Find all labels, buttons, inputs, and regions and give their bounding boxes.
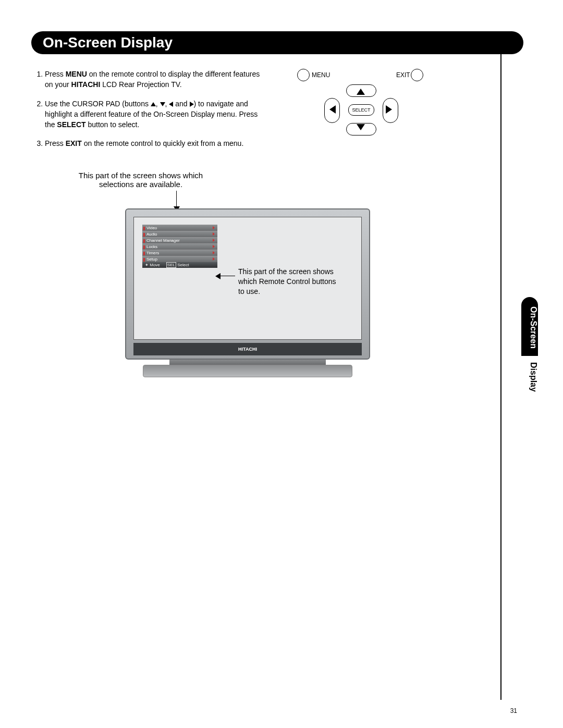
chevron-right-icon <box>213 232 215 236</box>
caption-remote-buttons: This part of the screen shows which Remo… <box>238 267 342 297</box>
instructions: Press MENU on the remote control to disp… <box>31 69 261 157</box>
instruction-1: Press MENU on the remote control to disp… <box>45 69 261 90</box>
up-arrow-icon <box>151 102 156 106</box>
up-arrow-icon <box>357 89 365 95</box>
tv-brand-label: HITACHI <box>133 343 362 355</box>
exit-label: EXIT <box>396 71 410 79</box>
right-arrow-icon <box>386 105 392 114</box>
chevron-right-icon <box>213 251 215 254</box>
osd-menu: VideoAudioChannel ManagerLocksTimersSetu… <box>142 225 217 268</box>
exit-button-icon <box>411 69 423 81</box>
side-tab: On-Screen Display <box>521 297 538 412</box>
down-arrow-icon <box>160 102 165 106</box>
osd-item: Audio <box>142 231 217 237</box>
chevron-right-icon <box>213 239 215 242</box>
tv-illustration: VideoAudioChannel ManagerLocksTimersSetu… <box>125 208 370 377</box>
remote-diagram: MENU EXIT SELECT <box>297 69 422 147</box>
chevron-right-icon <box>213 245 215 248</box>
chevron-right-icon <box>213 226 215 229</box>
osd-help-bar: ✦ Move SEL Select <box>142 262 217 268</box>
caption-selections: This part of the screen shows which sele… <box>63 171 219 189</box>
page-number: 31 <box>510 707 517 714</box>
osd-item: Channel Manager <box>142 237 217 243</box>
right-arrow-icon <box>190 102 194 107</box>
chevron-right-icon <box>213 257 215 261</box>
osd-item: Timers <box>142 250 217 256</box>
menu-label: MENU <box>312 71 330 79</box>
osd-item: Video <box>142 225 217 231</box>
instruction-3: Press EXIT on the remote control to quic… <box>45 138 261 149</box>
callout-arrow-left <box>219 276 235 276</box>
instruction-2: Use the CURSOR PAD (buttons , , and ) to… <box>45 98 261 130</box>
menu-button-icon <box>297 69 310 81</box>
left-arrow-icon <box>329 105 336 114</box>
callout-arrow-down <box>176 191 177 207</box>
select-button: SELECT <box>348 104 374 116</box>
page-header: On-Screen Display <box>31 31 523 54</box>
osd-item: Setup <box>142 256 217 262</box>
down-arrow-icon <box>357 124 365 130</box>
osd-item: Locks <box>142 243 217 250</box>
margin-rule <box>500 33 501 700</box>
